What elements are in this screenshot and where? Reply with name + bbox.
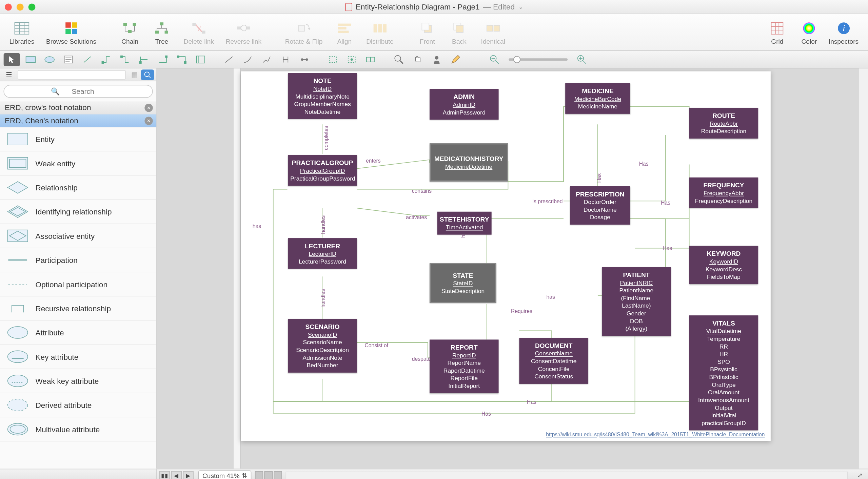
- entity-medicationhistory[interactable]: MEDICATIONHISTORY MedicineDatetime: [430, 143, 508, 182]
- window-controls: [5, 3, 35, 11]
- wiki-link[interactable]: https://wiki.smu.edu.sg/is480/IS480_Team…: [546, 432, 765, 437]
- libraries-button[interactable]: Libraries: [5, 19, 39, 46]
- category-chen[interactable]: ERD, Chen's notation×: [0, 114, 156, 127]
- arrow5-tool[interactable]: [296, 53, 313, 66]
- search-input[interactable]: [3, 85, 153, 98]
- shape-multivalue-attribute[interactable]: Multivalue attribute: [0, 417, 156, 441]
- shape-identifying-relationship[interactable]: Identifying relationship: [0, 200, 156, 224]
- entity-prescription[interactable]: PRESCRIPTION DoctorOrder DoctorName Dosa…: [570, 186, 630, 225]
- diagram-page[interactable]: completes enters has activates contains …: [241, 71, 771, 441]
- category-crowsfoot[interactable]: ERD, crow's foot notation×: [0, 101, 156, 114]
- conn4-tool[interactable]: [155, 53, 171, 66]
- minimize-button[interactable]: [17, 3, 24, 11]
- entity-keyword[interactable]: KEYWORD KeywordID KeywordDesc FieldsToMa…: [689, 246, 758, 285]
- entity-frequency[interactable]: FREQUENCY FrequencyAbbr FrequencyDescrip…: [689, 178, 758, 208]
- arrow3-tool[interactable]: [258, 53, 275, 66]
- horizontal-scrollbar[interactable]: [285, 471, 848, 479]
- grid-view-icon[interactable]: ▦: [128, 69, 141, 80]
- rect-tool[interactable]: [22, 53, 39, 66]
- shape-recursive-relationship[interactable]: Recursive relationship: [0, 296, 156, 320]
- arrow2-tool[interactable]: [240, 53, 256, 66]
- shape-key-attribute[interactable]: Key attribute: [0, 345, 156, 369]
- conn2-tool[interactable]: [117, 53, 134, 66]
- list-view-icon[interactable]: ☰: [2, 69, 15, 80]
- ellipse-tool[interactable]: [41, 53, 58, 66]
- conn3-tool[interactable]: [136, 53, 152, 66]
- entity-route[interactable]: ROUTE RouteAbbr RouteDescription: [689, 108, 758, 139]
- shape-optional-participation[interactable]: Optional participation: [0, 272, 156, 296]
- pointer-tool[interactable]: [3, 53, 20, 66]
- chain-button[interactable]: Chain: [115, 19, 145, 46]
- svg-rect-21: [246, 26, 250, 29]
- pencil-tool[interactable]: [447, 53, 464, 66]
- align-button[interactable]: Align: [330, 19, 359, 46]
- inspectors-button[interactable]: i Inspectors: [824, 19, 863, 46]
- search-toggle-icon[interactable]: [141, 69, 154, 80]
- conn1-tool[interactable]: [98, 53, 115, 66]
- page-prev-button[interactable]: ◀: [171, 471, 182, 479]
- zoom-tool[interactable]: [391, 53, 407, 66]
- entity-stetehistory[interactable]: STETEHISTORY TimeActivated: [437, 212, 492, 235]
- shape-attribute[interactable]: Attribute: [0, 321, 156, 345]
- line-tool[interactable]: [79, 53, 96, 66]
- back-button[interactable]: Back: [445, 19, 474, 46]
- zoom-in-button[interactable]: [574, 53, 590, 66]
- zoom-slider[interactable]: [509, 58, 568, 60]
- entity-lecturer[interactable]: LECTURER LecturerID LecturerPassword: [288, 238, 357, 269]
- zoom-select[interactable]: Custom 41%⇅: [198, 471, 252, 479]
- shape-associative-entity[interactable]: Associative entity: [0, 224, 156, 248]
- entity-vitals[interactable]: VITALS VitalDatetime Temperature RR HR S…: [689, 315, 758, 431]
- entity-admin[interactable]: ADMIN AdminID AdminPassword: [430, 89, 499, 120]
- shape-derived-attribute[interactable]: Derived attribute: [0, 393, 156, 417]
- entity-medicine[interactable]: MEDICINE MedicineBarCode MedicineName: [565, 83, 630, 114]
- shape-entity[interactable]: Entity: [0, 127, 156, 151]
- shape-weak-key-attribute[interactable]: Weak key attribute: [0, 369, 156, 393]
- canvas[interactable]: completes enters has activates contains …: [157, 68, 868, 469]
- arrow4-tool[interactable]: [277, 53, 294, 66]
- entity-report[interactable]: REPORT ReportID ReportName RaportDatetim…: [430, 339, 499, 393]
- close-icon[interactable]: ×: [144, 103, 153, 111]
- page-stop-button[interactable]: ▮▮: [159, 471, 170, 479]
- person-tool[interactable]: [428, 53, 445, 66]
- tree-button[interactable]: Tree: [147, 19, 177, 46]
- page-tab[interactable]: [264, 471, 273, 479]
- distribute-button[interactable]: Distribute: [361, 19, 398, 46]
- grid-button[interactable]: Grid: [763, 19, 792, 46]
- conn5-tool[interactable]: [174, 53, 190, 66]
- page-tab[interactable]: [255, 471, 263, 479]
- browse-solutions-button[interactable]: Browse Solutions: [41, 19, 101, 46]
- entity-note[interactable]: NOTE NoteID MultidisciplinaryNote GropuM…: [288, 73, 357, 119]
- chevron-down-icon[interactable]: ⌄: [518, 3, 523, 10]
- delete-link-button[interactable]: Delete link: [179, 19, 219, 46]
- distribute-icon: [372, 20, 388, 36]
- sel2-tool[interactable]: [343, 53, 360, 66]
- hand-tool[interactable]: [410, 53, 426, 66]
- shape-participation[interactable]: Participation: [0, 248, 156, 272]
- maximize-button[interactable]: [28, 3, 36, 11]
- close-button[interactable]: [5, 3, 12, 11]
- arrow1-tool[interactable]: [221, 53, 237, 66]
- entity-document[interactable]: DOCUMENT ConsentName ConsentDatetime Con…: [519, 338, 588, 384]
- rotate-flip-button[interactable]: Rotate & Flip: [280, 19, 328, 46]
- zoom-thumb[interactable]: [513, 56, 520, 63]
- vertical-scrollbar[interactable]: [859, 68, 868, 469]
- conn6-tool[interactable]: [192, 53, 209, 66]
- page-tab[interactable]: [274, 471, 282, 479]
- entity-practicalgroup[interactable]: PRACTICALGROUP PracticalGroupID Practica…: [288, 155, 357, 186]
- identical-button[interactable]: Identical: [476, 19, 510, 46]
- text-tool[interactable]: [60, 53, 77, 66]
- shape-relationship[interactable]: Relationship: [0, 176, 156, 200]
- close-icon[interactable]: ×: [144, 117, 153, 125]
- page-next-button[interactable]: ▶: [183, 471, 193, 479]
- entity-patient[interactable]: PATIENT PatientNRIC PatientName (FirstNa…: [602, 267, 671, 336]
- entity-state[interactable]: STATE StateID StateDescription: [430, 263, 496, 303]
- resize-corner-icon[interactable]: ⤢: [851, 471, 868, 479]
- sel3-tool[interactable]: [362, 53, 379, 66]
- color-button[interactable]: Color: [794, 19, 824, 46]
- sel1-tool[interactable]: [324, 53, 341, 66]
- reverse-link-button[interactable]: Reverse link: [221, 19, 266, 46]
- zoom-out-button[interactable]: [486, 53, 503, 66]
- shape-weak-entity[interactable]: Weak entity: [0, 151, 156, 175]
- entity-scenario[interactable]: SCENARIO ScenarioID ScenarioName Scenari…: [288, 319, 357, 373]
- front-button[interactable]: Front: [413, 19, 442, 46]
